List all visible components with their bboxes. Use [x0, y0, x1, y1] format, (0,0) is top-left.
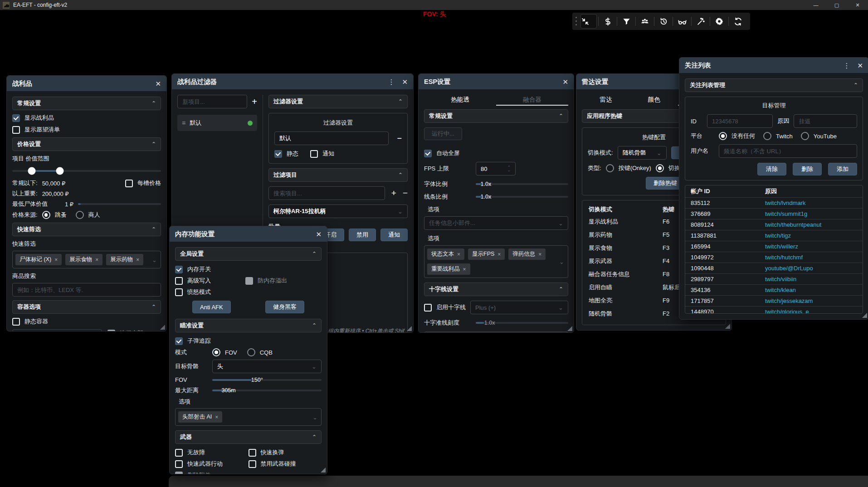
remove-item-icon[interactable]: − [403, 188, 408, 198]
resize-handle[interactable] [321, 468, 326, 472]
crosshair-type-dropdown[interactable]: Plus (+) ⌄ [470, 301, 568, 314]
tab-radar[interactable]: 雷达 [582, 95, 630, 106]
font-scale-slider[interactable]: 1.0x [476, 183, 568, 185]
value-range-slider[interactable] [12, 170, 161, 172]
kebab-menu-icon[interactable]: ⋮ [388, 78, 395, 85]
filter-chip[interactable]: 展示食物× [65, 254, 102, 265]
resize-handle[interactable] [407, 326, 412, 331]
esp-options-multiselect[interactable]: ⌄ 状态文本× 显示FPS× 弹药信息× 重要战利品× [424, 245, 568, 278]
item-filter-search-field[interactable] [268, 186, 385, 200]
min-corpse-slider[interactable] [78, 203, 161, 205]
esp-option-chip[interactable]: 弹药信息× [508, 248, 546, 260]
remove-filter-icon[interactable]: − [397, 134, 402, 143]
fps-cap-spinner[interactable]: 80 ⌃⌄ [476, 162, 516, 175]
magic-wand-icon[interactable] [693, 15, 708, 28]
add-button[interactable]: 添加 [828, 163, 857, 175]
watchlist-row[interactable]: 1448970 twitch/glorious_e [685, 306, 863, 314]
show-wishlist-checkbox[interactable] [12, 126, 20, 134]
tab-colors[interactable]: 颜色 [630, 95, 678, 106]
mode-cqb-radio[interactable] [247, 348, 255, 356]
tab-thermal[interactable]: 热能透 [424, 95, 496, 106]
show-loot-checkbox[interactable] [12, 114, 20, 122]
watchlist-row[interactable]: 11387881 twitch/tigz [685, 230, 863, 241]
bulk-notify-button[interactable]: 通知 [380, 229, 408, 241]
watchlist-row[interactable]: 1090448 youtube/@DrLupo [685, 263, 863, 273]
filter-chip[interactable]: 尸体标记 (X)× [15, 254, 62, 265]
loot-filter-header[interactable]: 战利品过滤器 ⋮ ✕ [172, 74, 413, 89]
platform-twitch-radio[interactable] [763, 132, 771, 140]
delete-button[interactable]: 删除 [793, 163, 822, 175]
no-collision-checkbox[interactable] [249, 460, 256, 468]
streamer-link[interactable]: twitch/willerz [765, 243, 798, 250]
per-slot-checkbox[interactable] [125, 180, 133, 187]
remove-icon[interactable]: × [538, 251, 541, 258]
remove-icon[interactable]: × [95, 257, 98, 263]
line-scale-slider[interactable]: 1.0x [476, 196, 568, 198]
spinner-arrows-icon[interactable]: ⌃⌄ [507, 166, 511, 171]
remove-icon[interactable]: × [54, 257, 58, 263]
slider-thumb-high[interactable] [56, 167, 63, 175]
close-window-button[interactable]: ✕ [847, 0, 868, 10]
hotkey-mode-dropdown[interactable]: 随机骨骼 ⌄ [618, 146, 667, 160]
section-weapons[interactable]: 武器 ⌃ [175, 430, 322, 444]
section-esp-general[interactable]: 常规设置 ⌃ [424, 109, 568, 123]
tab-fuser[interactable]: 融合器 [496, 95, 568, 106]
aim-fov-slider[interactable]: 150° [212, 379, 322, 381]
fast-weapon-ops-checkbox[interactable] [175, 460, 183, 468]
watchlist-row[interactable]: 8089124 twitch/theburntpeanut [685, 219, 863, 230]
settings-gear-icon[interactable] [712, 15, 727, 28]
refresh-icon[interactable] [730, 15, 746, 28]
section-watchlist-manage[interactable]: 关注列表管理 ⌃ [685, 78, 863, 92]
loot-panel-header[interactable]: 战利品 ✕ [7, 76, 166, 91]
rage-mode-checkbox[interactable] [175, 288, 183, 296]
section-global-settings[interactable]: 全局设置 ⌃ [175, 247, 322, 261]
watchlist-header[interactable]: 关注列表 ⋮ ✕ [679, 58, 868, 73]
new-profile-field[interactable] [177, 95, 247, 108]
filter-static-checkbox[interactable] [274, 150, 282, 158]
filter-name-input[interactable] [279, 135, 384, 142]
section-aim-settings[interactable]: 瞄准设置 ⌃ [175, 319, 322, 332]
watchlist-row[interactable]: 376689 twitch/summit1g [685, 208, 863, 219]
close-icon[interactable]: ✕ [316, 231, 322, 238]
history-icon[interactable] [656, 15, 671, 28]
spectate-glasses-icon[interactable] [674, 15, 690, 28]
clear-button[interactable]: 清除 [757, 163, 786, 175]
bulk-disable-button[interactable]: 禁用 [349, 229, 376, 241]
price-source-trader-radio[interactable] [76, 211, 84, 219]
kebab-menu-icon[interactable]: ⋮ [843, 62, 850, 69]
item-search-field[interactable] [12, 283, 161, 297]
max-distance-slider[interactable]: 305m [212, 390, 322, 391]
streamer-link[interactable]: twitch/jessekazam [765, 297, 813, 304]
target-reason-field[interactable] [794, 114, 857, 128]
add-profile-icon[interactable]: + [252, 97, 257, 107]
selected-item-dropdown[interactable]: 柯尔特AR-15拉机柄 ⌄ [268, 205, 408, 218]
streamer-link[interactable]: twitch/lvndmark [765, 200, 806, 206]
esp-option-chip[interactable]: 重要战利品× [427, 263, 470, 275]
section-container-options[interactable]: 容器选项 ⌃ [12, 300, 161, 314]
username-field[interactable] [719, 144, 857, 158]
maximize-button[interactable]: ▢ [826, 0, 847, 10]
watchlist-row[interactable]: 1049972 twitch/hutchmf [685, 252, 863, 263]
close-icon[interactable]: ✕ [155, 80, 161, 87]
section-filter-items[interactable]: 过滤项目 ⌃ [268, 168, 408, 182]
target-id-input[interactable] [712, 118, 768, 125]
filter-name-field[interactable] [274, 131, 389, 145]
streamer-link[interactable]: twitch/theburntpeanut [765, 221, 821, 228]
platform-youtube-radio[interactable] [801, 132, 809, 140]
close-icon[interactable]: ✕ [857, 62, 863, 69]
item-search-input[interactable] [17, 287, 156, 293]
streamer-link[interactable]: twitch/klean [765, 287, 796, 293]
currency-icon[interactable] [600, 15, 615, 28]
aim-options-multiselect[interactable]: ⌄ 头部射击 AI× [175, 408, 322, 426]
type-onkey-radio[interactable] [606, 164, 614, 172]
watchlist-row[interactable]: 835112 twitch/lvndmark [685, 197, 863, 208]
streamer-link[interactable]: twitch/summit1g [765, 210, 807, 217]
section-crosshair[interactable]: 十字线设置 ⌃ [424, 282, 568, 296]
streamer-link[interactable]: twitch/viibiin [765, 276, 796, 282]
esp-option-chip[interactable]: 状态文本× [427, 248, 464, 260]
streamer-link[interactable]: twitch/glorious_e [765, 308, 809, 314]
advanced-write-checkbox[interactable] [175, 277, 183, 285]
add-item-icon[interactable]: + [391, 188, 396, 198]
aim-option-chip[interactable]: 头部射击 AI× [178, 411, 222, 423]
minimize-button[interactable]: — [805, 0, 826, 10]
